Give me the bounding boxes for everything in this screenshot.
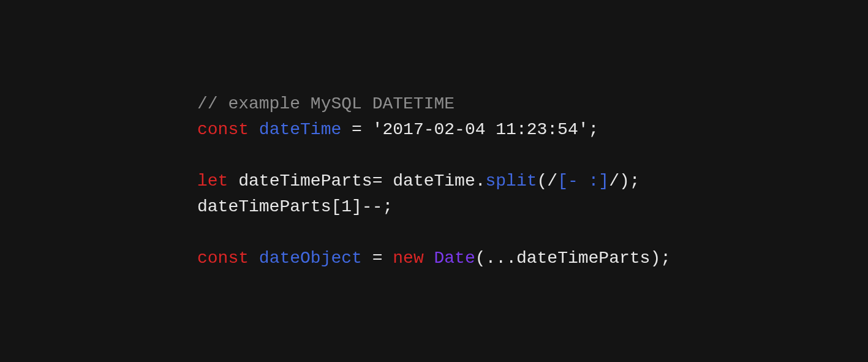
string-literal: '2017-02-04 11:23:54' <box>372 120 589 139</box>
class-name: Date <box>434 249 475 268</box>
equals-operator: = <box>341 120 372 139</box>
space <box>424 249 434 268</box>
const-keyword: const <box>197 120 249 139</box>
variable-name: dateTime <box>259 120 341 139</box>
regex-bracket: [- :] <box>557 172 609 190</box>
method-name: split <box>486 172 537 190</box>
variable-name: dateObject <box>259 249 362 268</box>
comment: // example MySQL DATETIME <box>197 94 455 113</box>
code-line-2: const dateTime = '2017-02-04 11:23:54'; <box>197 120 598 139</box>
equals-operator: = <box>372 172 393 190</box>
code-line-1: // example MySQL DATETIME <box>197 94 455 113</box>
semicolon: ; <box>589 120 599 139</box>
const-keyword: const <box>197 249 249 268</box>
let-keyword: let <box>197 172 228 190</box>
code-line-5: dateTimeParts[1]--; <box>197 197 393 216</box>
object-reference: dateTime. <box>393 172 485 190</box>
new-keyword: new <box>393 249 423 268</box>
number-literal: 1 <box>341 197 352 216</box>
variable-name: dateTimeParts <box>228 172 372 190</box>
paren-regex-open: (/ <box>537 172 558 190</box>
code-snippet: // example MySQL DATETIME const dateTime… <box>197 91 671 271</box>
decrement: ]--; <box>352 197 393 216</box>
arguments: (...dateTimeParts); <box>475 249 671 268</box>
code-line-7: const dateObject = new Date(...dateTimeP… <box>197 249 671 268</box>
equals-operator: = <box>362 249 393 268</box>
array-access: dateTimeParts[ <box>197 197 341 216</box>
paren-regex-close: /); <box>609 172 640 190</box>
code-line-4: let dateTimeParts= dateTime.split(/[- :]… <box>197 172 640 190</box>
